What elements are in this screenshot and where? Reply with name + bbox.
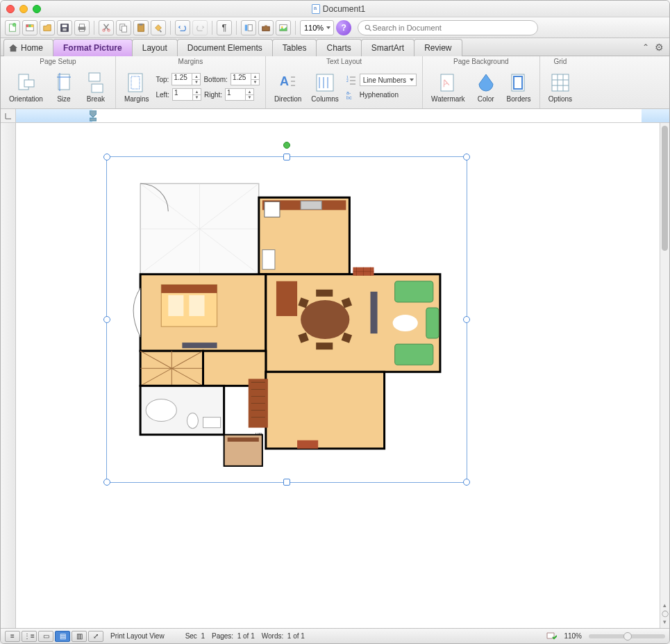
zoom-select[interactable]: 110% — [300, 20, 334, 35]
resize-handle-mb[interactable] — [283, 479, 290, 486]
margin-top-val: 1.25 — [174, 74, 187, 81]
orientation-button[interactable]: Orientation — [6, 70, 46, 104]
ruler-corner[interactable] — [1, 109, 16, 122]
vertical-ruler[interactable] — [1, 123, 16, 628]
tab-tables[interactable]: Tables — [272, 39, 317, 56]
svg-rect-9 — [62, 28, 66, 31]
prev-page-button[interactable]: ▴ — [660, 602, 669, 609]
spin-down-icon[interactable]: ▼ — [251, 80, 259, 85]
size-button[interactable]: Size — [50, 70, 78, 104]
redo-button[interactable] — [192, 20, 208, 35]
line-numbers-button[interactable]: 12 Line Numbers — [346, 74, 417, 86]
spin-down-icon[interactable]: ▼ — [192, 80, 200, 85]
paste-button[interactable] — [133, 20, 149, 35]
zoom-slider[interactable] — [589, 634, 665, 638]
format-painter-button[interactable] — [151, 20, 166, 35]
tab-layout[interactable]: Layout — [132, 39, 178, 56]
draft-view-button[interactable]: ≡ — [5, 631, 20, 642]
print-layout-view-button[interactable]: ▤ — [55, 631, 70, 642]
search-input[interactable] — [372, 24, 532, 32]
resize-handle-mt[interactable] — [283, 154, 290, 160]
cut-button[interactable] — [99, 20, 114, 35]
open-button[interactable] — [40, 20, 55, 35]
tab-format-picture[interactable]: Format Picture — [53, 39, 133, 56]
help-button[interactable]: ? — [336, 20, 351, 35]
svg-rect-63 — [316, 290, 333, 297]
borders-button[interactable]: Borders — [504, 70, 534, 104]
document-scroll[interactable]: up — [16, 123, 660, 628]
zoom-window-button[interactable] — [33, 5, 41, 13]
spin-down-icon[interactable]: ▼ — [245, 95, 253, 101]
resize-handle-tl[interactable] — [103, 154, 110, 160]
margin-right-input[interactable]: 1▲▼ — [225, 88, 254, 101]
close-window-button[interactable] — [6, 5, 15, 13]
resize-handle-mr[interactable] — [463, 316, 470, 323]
size-icon — [53, 72, 75, 94]
resize-handle-br[interactable] — [463, 479, 470, 486]
outline-view-button[interactable]: ⋮≡ — [22, 631, 37, 642]
rotation-handle[interactable] — [283, 142, 290, 149]
new-document-button[interactable]: + — [5, 20, 20, 35]
tab-charts[interactable]: Charts — [316, 39, 361, 56]
save-button[interactable] — [57, 20, 72, 35]
template-button[interactable] — [22, 20, 37, 35]
vertical-scrollbar[interactable]: ▴ ◯ ▾ — [660, 123, 669, 628]
spin-up-icon[interactable]: ▲ — [192, 89, 201, 95]
margin-top-input[interactable]: 1.25▲▼ — [171, 73, 201, 85]
notebook-view-button[interactable]: ▥ — [72, 631, 87, 642]
spin-up-icon[interactable]: ▲ — [251, 74, 259, 80]
break-button[interactable]: Break — [82, 70, 110, 104]
margin-bottom-input[interactable]: 1.25▲▼ — [231, 73, 260, 85]
window-title-text: Document1 — [323, 4, 365, 14]
undo-button[interactable] — [175, 20, 190, 35]
fullscreen-view-button[interactable]: ⤢ — [88, 631, 103, 642]
resize-handle-ml[interactable] — [103, 316, 110, 323]
media-browser-button[interactable] — [276, 20, 291, 35]
spin-up-icon[interactable]: ▲ — [192, 74, 200, 80]
spin-down-icon[interactable]: ▼ — [192, 95, 201, 101]
show-formatting-button[interactable]: ¶ — [217, 20, 232, 35]
hyphenation-button[interactable]: a-bc Hyphenation — [346, 89, 417, 100]
tab-review[interactable]: Review — [414, 39, 462, 56]
zoom-slider-thumb[interactable] — [623, 632, 632, 641]
svg-point-25 — [365, 25, 369, 29]
browse-object-button[interactable]: ◯ — [660, 610, 669, 617]
ribbon-options-button[interactable]: ⚙ — [655, 42, 664, 53]
publishing-view-button[interactable]: ▭ — [38, 631, 53, 642]
search-field[interactable] — [358, 20, 538, 35]
resize-handle-bl[interactable] — [103, 479, 110, 486]
picture-selection[interactable]: up — [106, 156, 467, 483]
left-indent-marker[interactable] — [90, 110, 97, 124]
print-button[interactable] — [74, 20, 90, 35]
scrollbar-thumb[interactable] — [662, 126, 668, 251]
tab-home[interactable]: Home — [3, 39, 53, 56]
margins-button[interactable]: Margins — [122, 70, 152, 104]
svg-rect-27 — [24, 80, 34, 87]
color-label: Color — [478, 95, 494, 103]
tab-smartart[interactable]: SmartArt — [361, 39, 414, 56]
grid-options-button[interactable]: Options — [546, 70, 575, 104]
minimize-window-button[interactable] — [19, 5, 28, 13]
color-button[interactable]: Color — [472, 70, 500, 104]
watermark-button[interactable]: A Watermark — [428, 70, 468, 104]
collapse-ribbon-button[interactable]: ⌃ — [642, 42, 649, 52]
copy-button[interactable] — [116, 20, 131, 35]
tab-document-elements[interactable]: Document Elements — [177, 39, 273, 56]
floorplan-image: up — [119, 170, 454, 470]
svg-rect-69 — [426, 308, 439, 338]
sidebar-button[interactable] — [241, 20, 256, 35]
svg-rect-77 — [266, 372, 385, 448]
horizontal-ruler[interactable] — [16, 109, 669, 122]
svg-rect-54 — [168, 295, 183, 316]
spin-up-icon[interactable]: ▲ — [245, 89, 253, 95]
next-page-button[interactable]: ▾ — [660, 618, 669, 625]
toolbox-button[interactable] — [258, 20, 274, 35]
direction-button[interactable]: A Direction — [271, 70, 304, 104]
resize-handle-tr[interactable] — [463, 154, 470, 160]
svg-rect-50 — [262, 250, 275, 270]
columns-label: Columns — [311, 95, 338, 103]
spellcheck-icon[interactable] — [546, 631, 557, 641]
margin-left-input[interactable]: 1▲▼ — [172, 88, 201, 101]
columns-button[interactable]: Columns — [308, 70, 341, 104]
search-icon — [364, 24, 372, 32]
